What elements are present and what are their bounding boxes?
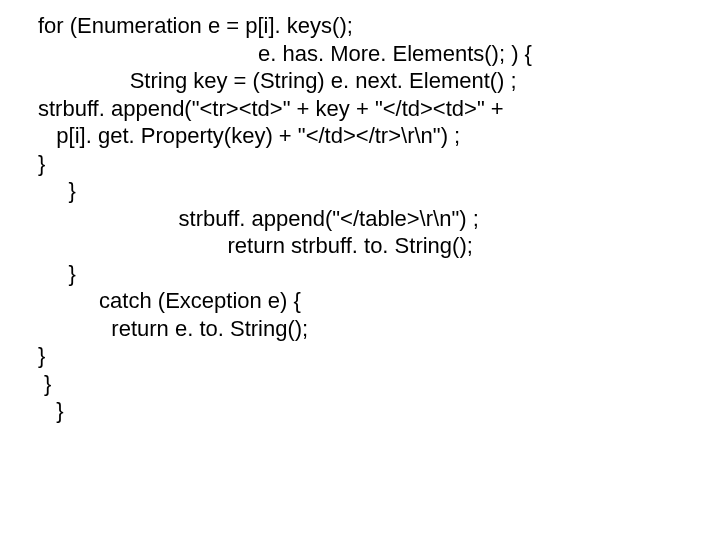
code-slide: for (Enumeration e = p[i]. keys(); e. ha…: [0, 0, 720, 425]
code-line: }: [38, 342, 712, 370]
code-line: strbuff. append("</table>\r\n") ;: [38, 205, 712, 233]
code-line: for (Enumeration e = p[i]. keys();: [38, 12, 712, 40]
code-line: }: [38, 397, 712, 425]
code-line: }: [38, 370, 712, 398]
code-line: }: [38, 260, 712, 288]
code-line: return strbuff. to. String();: [38, 232, 712, 260]
code-line: return e. to. String();: [38, 315, 712, 343]
code-line: e. has. More. Elements(); ) {: [38, 40, 712, 68]
code-line: }: [38, 177, 712, 205]
code-line: strbuff. append("<tr><td>" + key + "</td…: [38, 95, 712, 123]
code-line: p[i]. get. Property(key) + "</td></tr>\r…: [38, 122, 712, 150]
code-line: }: [38, 150, 712, 178]
code-line: catch (Exception e) {: [38, 287, 712, 315]
code-line: String key = (String) e. next. Element()…: [38, 67, 712, 95]
